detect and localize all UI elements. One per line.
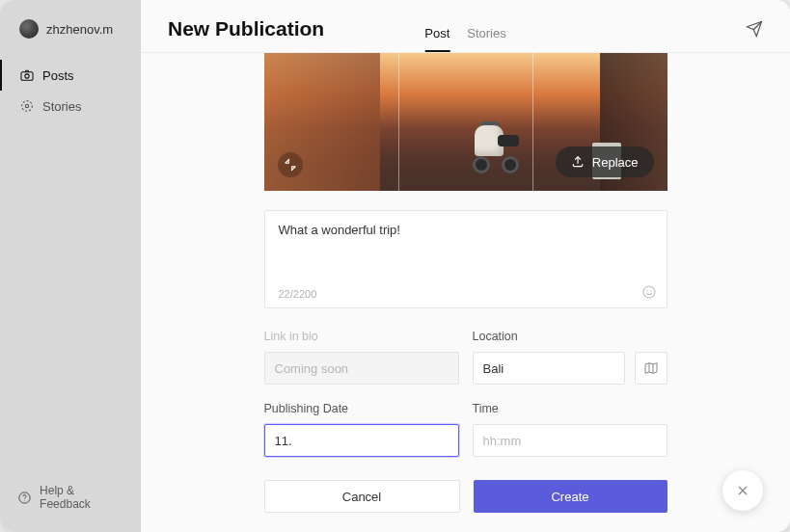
form-grid: Link in bio Location — [264, 330, 667, 457]
page-title: New Publication — [168, 17, 324, 40]
svg-point-7 — [646, 290, 647, 291]
username: zhzhenov.m — [46, 22, 113, 37]
link-label: Link in bio — [264, 330, 459, 343]
location-label: Location — [473, 330, 667, 343]
field-location: Location — [473, 330, 667, 385]
field-date: Publishing Date — [264, 402, 459, 457]
field-link: Link in bio — [264, 330, 459, 385]
svg-point-8 — [650, 290, 651, 291]
svg-point-1 — [25, 74, 29, 78]
collapse-icon[interactable] — [278, 152, 303, 177]
tab-stories[interactable]: Stories — [467, 26, 505, 52]
help-feedback[interactable]: Help & Feedback — [0, 476, 141, 519]
modal-content: Replace What a wonderful trip! 22/2200 L… — [141, 53, 790, 513]
svg-rect-0 — [21, 72, 33, 81]
nav: Posts Stories — [0, 54, 141, 121]
upload-icon — [571, 155, 585, 169]
sidebar: zhzhenov.m Posts Stories Help & Feedback — [0, 0, 141, 532]
button-row: Cancel Create — [264, 480, 667, 513]
modal-panel: New Publication Post Stories — [141, 0, 790, 532]
field-time: Time — [473, 402, 667, 457]
image-preview[interactable]: Replace — [264, 53, 667, 191]
time-input[interactable] — [473, 424, 667, 457]
svg-point-6 — [643, 286, 655, 298]
close-button[interactable] — [722, 470, 763, 511]
nav-label-stories: Stories — [42, 99, 81, 114]
close-icon — [735, 483, 750, 498]
nav-label-posts: Posts — [42, 68, 74, 83]
stories-icon — [19, 98, 35, 114]
emoji-icon[interactable] — [641, 284, 657, 300]
date-label: Publishing Date — [264, 402, 459, 415]
nav-item-stories[interactable]: Stories — [0, 91, 141, 121]
caption-text: What a wonderful trip! — [279, 223, 653, 237]
map-button[interactable] — [635, 352, 667, 385]
replace-label: Replace — [592, 155, 639, 170]
help-label: Help & Feedback — [40, 484, 123, 511]
link-input — [264, 352, 459, 385]
date-input[interactable] — [264, 424, 459, 457]
create-button[interactable]: Create — [474, 480, 667, 513]
location-input[interactable] — [473, 352, 625, 385]
app-window: zhzhenov.m Posts Stories Help & Feedback — [0, 0, 790, 532]
tabs: Post Stories — [424, 26, 505, 52]
tab-post[interactable]: Post — [424, 26, 449, 52]
map-icon — [643, 360, 659, 376]
caption-counter: 22/2200 — [279, 288, 317, 300]
share-icon[interactable] — [746, 20, 763, 38]
avatar — [19, 19, 39, 39]
caption-input[interactable]: What a wonderful trip! 22/2200 — [264, 210, 667, 308]
svg-point-2 — [22, 101, 33, 112]
user-row[interactable]: zhzhenov.m — [0, 0, 141, 54]
help-icon — [17, 490, 32, 505]
replace-button[interactable]: Replace — [556, 146, 654, 177]
svg-point-5 — [24, 500, 25, 501]
cancel-button[interactable]: Cancel — [264, 480, 460, 513]
time-label: Time — [473, 402, 667, 415]
nav-item-posts[interactable]: Posts — [0, 60, 141, 91]
svg-point-3 — [25, 104, 28, 107]
modal-header: New Publication Post Stories — [141, 17, 790, 53]
camera-icon — [19, 67, 35, 83]
